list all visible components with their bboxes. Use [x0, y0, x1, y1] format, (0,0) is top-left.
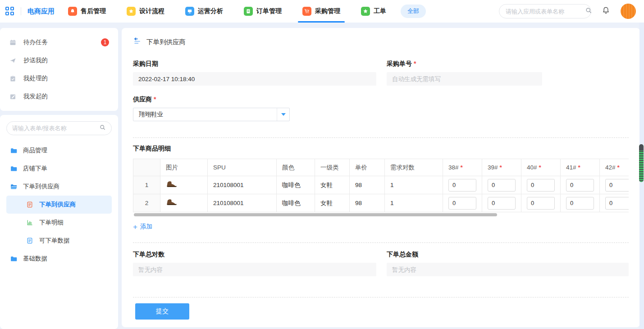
edit-document-icon	[9, 93, 17, 101]
page-body: 待办任务 1 抄送我的 我处理的 我发起的	[0, 23, 644, 329]
folder-goods-management[interactable]: 商品管理	[6, 142, 112, 160]
folder-base-data[interactable]: 基础数据	[6, 250, 112, 268]
cart-icon	[302, 7, 311, 16]
required-asterisk: *	[500, 164, 502, 171]
main-panel: 下单到供应商 采购日期 采购单号* 供应商*	[122, 28, 640, 327]
tab-label: 售后管理	[81, 7, 106, 15]
size-40-input[interactable]	[527, 179, 555, 192]
current-app-title[interactable]: 电商应用	[27, 7, 55, 16]
add-row-button[interactable]: + 添加	[133, 223, 152, 231]
app-tabs: 售后管理 设计流程 运营分析 订单管理 采购管理	[68, 0, 386, 23]
col-index	[133, 159, 160, 176]
form-item-orderable-data[interactable]: 可下单数据	[6, 232, 112, 250]
purchase-no-field[interactable]	[387, 72, 542, 86]
price-cell: 98	[350, 194, 385, 212]
size-39-input[interactable]	[488, 197, 516, 210]
size-41-input[interactable]	[566, 179, 594, 192]
folder-order-to-supplier[interactable]: 下单到供应商	[6, 178, 112, 196]
search-icon[interactable]	[585, 7, 592, 16]
spu-cell: 210108001	[208, 176, 277, 194]
folder-icon	[10, 255, 18, 263]
plus-icon: +	[133, 223, 137, 231]
col-size-42: 42#*	[600, 159, 629, 176]
sidebar-item-handled-by-me[interactable]: 我处理的	[0, 69, 118, 87]
supplier-select[interactable]: 翔翊鞋业	[133, 108, 290, 121]
col-size-39: 39#*	[482, 159, 521, 176]
report-item-order-detail[interactable]: 下单明细	[6, 214, 112, 232]
size-40-input[interactable]	[527, 197, 555, 210]
form-search[interactable]	[6, 121, 112, 135]
form-row-supplier: 供应商* 翔翊鞋业	[133, 96, 629, 121]
collapse-sidebar-icon[interactable]	[133, 37, 142, 47]
col-price: 单价	[350, 159, 385, 176]
demand-cell: 1	[385, 176, 443, 194]
tab-label: 采购管理	[315, 7, 340, 15]
sidebar-item-label: 我处理的	[23, 74, 48, 82]
required-asterisk: *	[154, 96, 156, 103]
size-39-input[interactable]	[488, 179, 516, 192]
sidebar-item-label: 抄送我的	[23, 56, 48, 64]
tab-order-management[interactable]: 订单管理	[244, 0, 282, 23]
folder-icon	[10, 165, 18, 173]
notification-bell-icon[interactable]	[601, 6, 611, 17]
document-icon	[244, 7, 253, 16]
global-search-input[interactable]	[506, 8, 585, 15]
product-image-cell[interactable]	[160, 176, 208, 194]
search-icon[interactable]	[99, 124, 106, 133]
table-horizontal-scrollbar[interactable]	[133, 213, 629, 216]
tab-work-order[interactable]: 工单	[361, 0, 386, 23]
folder-shop-order[interactable]: 店铺下单	[6, 160, 112, 178]
tab-design-flow[interactable]: 设计流程	[127, 0, 164, 23]
field-label-supplier: 供应商*	[133, 96, 376, 104]
size-41-input[interactable]	[566, 197, 594, 210]
field-label-total-amount: 下单总金额	[387, 251, 629, 259]
size-42-input[interactable]	[605, 197, 629, 210]
spu-cell: 210108001	[208, 194, 277, 212]
supplier-selected-value: 翔翊鞋业	[133, 110, 277, 119]
bell-icon	[68, 7, 77, 16]
col-category: 一级类	[315, 159, 350, 176]
color-cell: 咖啡色	[277, 176, 315, 194]
page-scrollbar-thumb[interactable]	[639, 144, 644, 182]
total-pairs-field[interactable]	[133, 263, 376, 276]
scrollbar-thumb[interactable]	[134, 213, 497, 216]
todo-count-badge: 1	[101, 38, 109, 46]
table-row: 2 210108001 咖啡色 女鞋 98 1	[133, 194, 629, 212]
star-icon	[127, 7, 136, 16]
tab-label: 设计流程	[139, 7, 164, 15]
divider	[133, 137, 629, 138]
category-cell: 女鞋	[315, 194, 350, 212]
bar-chart-icon	[26, 219, 34, 227]
form-search-input[interactable]	[12, 125, 99, 132]
order-detail-table-wrap: 图片 SPU 颜色 一级类 单价 需求对数 38#* 39#* 40#* 41#…	[133, 159, 629, 212]
sidebar-item-label: 我发起的	[23, 92, 48, 101]
size-42-input[interactable]	[605, 179, 629, 192]
chevron-down-icon[interactable]	[277, 108, 289, 121]
total-amount-field[interactable]	[387, 263, 629, 276]
sidebar-item-cc-to-me[interactable]: 抄送我的	[0, 51, 118, 69]
form-row-1: 采购日期 采购单号*	[133, 60, 629, 86]
col-demand: 需求对数	[385, 159, 443, 176]
sidebar: 待办任务 1 抄送我的 我处理的 我发起的	[0, 28, 118, 329]
submit-button[interactable]: 提交	[135, 303, 189, 320]
sidebar-item-todo-tasks[interactable]: 待办任务 1	[0, 33, 118, 51]
tab-operation-analysis[interactable]: 运营分析	[185, 0, 223, 23]
global-search[interactable]	[499, 4, 591, 18]
purchase-date-field[interactable]	[133, 72, 376, 86]
user-avatar[interactable]	[621, 4, 636, 19]
calendar-icon	[9, 39, 17, 46]
demand-cell: 1	[385, 194, 443, 212]
all-apps-pill[interactable]: 全部	[401, 5, 426, 18]
sidebar-item-started-by-me[interactable]: 我发起的	[0, 87, 118, 105]
apps-grid-icon[interactable]	[5, 7, 14, 16]
size-38-input[interactable]	[448, 179, 476, 192]
clipboard-check-icon	[9, 75, 17, 82]
detail-table-title: 下单商品明细	[133, 145, 629, 153]
size-38-input[interactable]	[448, 197, 476, 210]
tab-after-sale[interactable]: 售后管理	[68, 0, 106, 23]
page-scrollbar-track[interactable]	[639, 23, 644, 329]
product-image-cell[interactable]	[160, 194, 208, 212]
form-item-order-to-supplier[interactable]: 下单到供应商	[6, 196, 112, 214]
tab-purchase-management[interactable]: 采购管理	[302, 0, 340, 23]
col-image: 图片	[160, 159, 208, 176]
